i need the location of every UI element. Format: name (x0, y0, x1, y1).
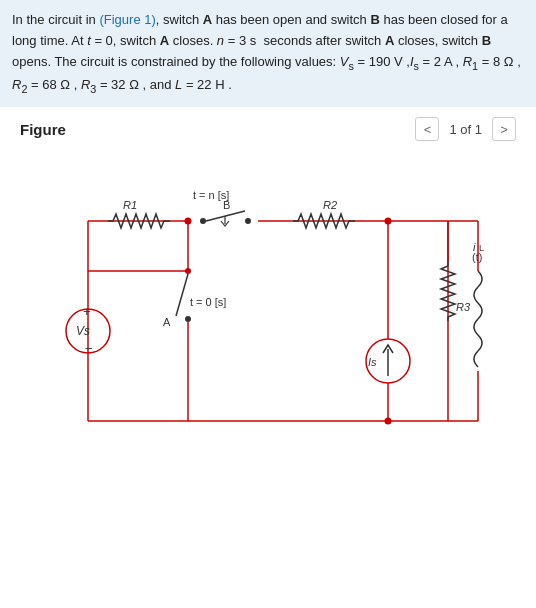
next-button[interactable]: > (492, 117, 516, 141)
svg-line-21 (176, 274, 188, 316)
svg-point-9 (245, 218, 251, 224)
svg-text:R3: R3 (456, 301, 471, 313)
circuit-diagram: R1 B t = n [s] R2 Vs + (28, 151, 508, 491)
figure-area: Figure < 1 of 1 > (0, 107, 536, 501)
svg-text:+: + (83, 304, 91, 319)
figure-label: Figure (20, 121, 66, 138)
svg-text:R1: R1 (123, 199, 137, 211)
svg-point-39 (385, 218, 392, 225)
svg-text:Is: Is (368, 356, 377, 368)
svg-text:−: − (85, 341, 93, 356)
svg-text:t = n [s]: t = n [s] (193, 189, 229, 201)
figure-link[interactable]: (Figure 1) (99, 12, 155, 27)
svg-point-8 (200, 218, 206, 224)
svg-text:R2: R2 (323, 199, 337, 211)
figure-nav: < 1 of 1 > (415, 117, 516, 141)
problem-text-block: In the circuit in (Figure 1), switch A h… (0, 0, 536, 107)
svg-text:A: A (163, 316, 171, 328)
page-indicator: 1 of 1 (443, 122, 488, 137)
svg-point-41 (185, 218, 192, 225)
svg-text:Vs: Vs (76, 324, 90, 338)
svg-point-40 (385, 418, 392, 425)
svg-point-22 (185, 316, 191, 322)
svg-text:t = 0 [s]: t = 0 [s] (190, 296, 226, 308)
svg-text:(t): (t) (472, 251, 482, 263)
prev-button[interactable]: < (415, 117, 439, 141)
figure-header: Figure < 1 of 1 > (20, 117, 516, 141)
